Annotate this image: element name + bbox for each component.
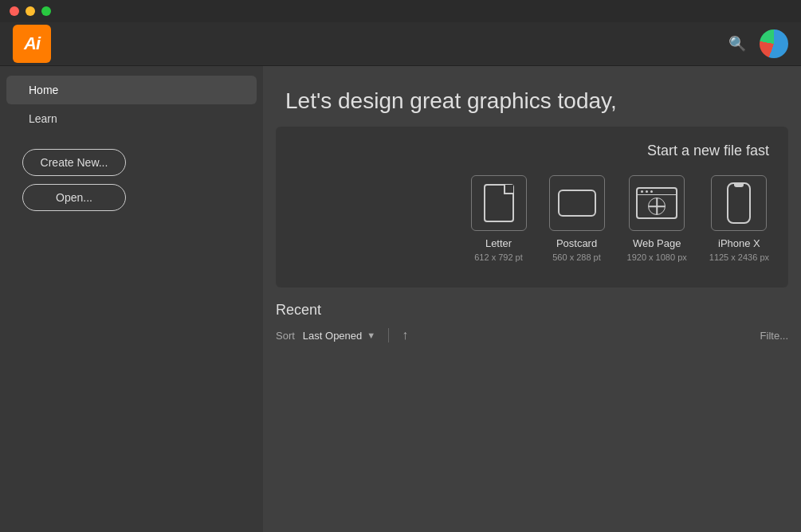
recent-title: Recent xyxy=(276,302,788,319)
template-icon-webpage-wrap xyxy=(629,175,685,231)
title-bar xyxy=(0,0,801,22)
new-file-section: Start a new file fast Letter 612 x 792 p… xyxy=(276,127,788,288)
template-item-postcard[interactable]: Postcard 560 x 288 pt xyxy=(549,175,605,262)
template-grid: Letter 612 x 792 pt Postcard 560 x 288 p… xyxy=(295,175,769,272)
search-icon[interactable]: 🔍 xyxy=(724,31,750,57)
template-name-webpage: Web Page xyxy=(633,237,681,249)
hero-text: Let's design great graphics today, xyxy=(285,88,617,113)
template-icon-iphone-wrap xyxy=(711,175,767,231)
sidebar-buttons: Create New... Open... xyxy=(0,133,263,227)
filter-button[interactable]: Filte... xyxy=(760,330,788,342)
template-size-iphone: 1125 x 2436 px xyxy=(709,252,769,262)
template-name-iphone: iPhone X xyxy=(718,237,760,249)
globe-icon xyxy=(648,198,666,215)
sort-dropdown[interactable]: Last Opened ▼ xyxy=(303,330,375,342)
template-name-postcard: Postcard xyxy=(556,237,597,249)
template-item-letter[interactable]: Letter 612 x 792 pt xyxy=(471,175,527,262)
recent-section: Recent Sort Last Opened ▼ ↑ Filte... xyxy=(263,288,801,342)
maximize-button[interactable] xyxy=(41,6,51,16)
main-layout: Home Learn Create New... Open... Let's d… xyxy=(0,66,801,532)
template-size-webpage: 1920 x 1080 px xyxy=(627,252,687,262)
sort-divider xyxy=(388,328,389,342)
sort-dropdown-value: Last Opened xyxy=(303,330,362,342)
webpage-dot-1 xyxy=(641,190,643,193)
sidebar-item-learn[interactable]: Learn xyxy=(6,104,257,133)
app-header: Ai 🔍 xyxy=(0,22,801,66)
iphone-icon xyxy=(727,182,751,224)
template-icon-letter-wrap xyxy=(471,175,527,231)
sort-label: Sort xyxy=(276,330,295,342)
template-item-webpage[interactable]: Web Page 1920 x 1080 px xyxy=(627,175,687,262)
letter-icon xyxy=(484,184,514,222)
postcard-icon xyxy=(558,190,596,217)
webpage-dot-2 xyxy=(646,190,648,193)
webpage-icon xyxy=(636,187,677,219)
webpage-dot-3 xyxy=(650,190,653,193)
sort-ascending-button[interactable]: ↑ xyxy=(402,328,408,342)
iphone-notch xyxy=(734,184,744,187)
template-icon-postcard-wrap xyxy=(549,175,605,231)
template-size-letter: 612 x 792 pt xyxy=(474,252,523,262)
chevron-down-icon: ▼ xyxy=(367,331,375,340)
webpage-body xyxy=(638,195,676,217)
sort-bar: Sort Last Opened ▼ ↑ Filte... xyxy=(276,328,788,342)
webpage-header-bar xyxy=(638,189,676,195)
user-avatar[interactable] xyxy=(760,29,788,58)
minimize-button[interactable] xyxy=(26,6,35,16)
new-file-title: Start a new file fast xyxy=(295,143,769,159)
close-button[interactable] xyxy=(10,6,19,16)
template-item-iphone[interactable]: iPhone X 1125 x 2436 px xyxy=(709,175,769,262)
create-new-button[interactable]: Create New... xyxy=(22,149,126,176)
open-button[interactable]: Open... xyxy=(22,184,126,211)
sidebar-item-home[interactable]: Home xyxy=(6,76,257,104)
content-area: Let's design great graphics today, Start… xyxy=(263,66,801,532)
template-size-postcard: 560 x 288 pt xyxy=(552,252,601,262)
sidebar: Home Learn Create New... Open... xyxy=(0,66,263,532)
app-logo: Ai xyxy=(13,25,51,63)
hero-banner: Let's design great graphics today, xyxy=(263,66,801,114)
template-name-letter: Letter xyxy=(485,237,512,249)
